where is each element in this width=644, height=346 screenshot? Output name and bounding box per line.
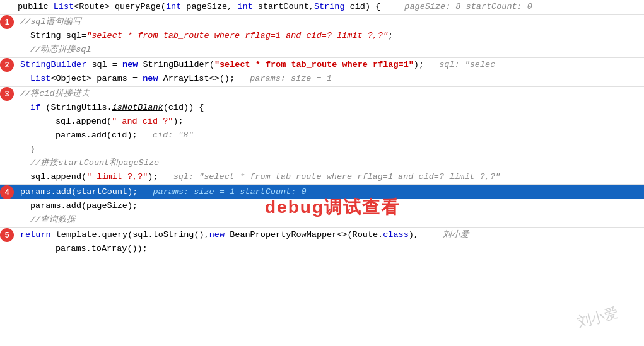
block3-add-cid: params.add(cid); cid: "8" — [0, 129, 644, 142]
post4-comment-text: //查询数据 — [18, 213, 76, 227]
pre4-append: sql.append(" limit ?,?"); sql: "select *… — [0, 170, 644, 184]
block2-line1: 2 StringBuilder sql = new StringBuilder(… — [0, 58, 644, 72]
badge-5: 5 — [0, 228, 14, 242]
block3-if-line: if (StringUtils.isNotBlank(cid)) { — [18, 101, 204, 115]
block4-add-startcount: params.add(startCount); params: size = 1… — [18, 185, 307, 199]
badge-3: 3 — [0, 87, 14, 101]
debug-label: debug调试查看 — [265, 195, 400, 219]
watermark: 刘小爱 — [575, 303, 621, 332]
header-line: public List<Route> queryPage(int pageSiz… — [0, 0, 644, 14]
block5-return-line2: params.toArray()); — [18, 242, 148, 256]
block3-close-brace: } — [18, 142, 35, 156]
block5-return2: params.toArray()); — [0, 242, 644, 256]
block1-sql-line: String sql="select * from tab_route wher… — [18, 29, 393, 43]
post4-pagesize-line: params.add(pageSize); — [18, 199, 138, 213]
block1-comment1: 1 //sql语句编写 — [0, 15, 644, 29]
badge-2: 2 — [0, 58, 14, 72]
header-hint: pageSize: 8 startCount: 0 — [404, 2, 532, 11]
block2-stringbuilder: StringBuilder sql = new StringBuilder("s… — [18, 58, 495, 72]
badge-4: 4 — [0, 185, 14, 199]
block3-append: sql.append(" and cid=?"); — [0, 115, 644, 129]
block5-return1: 5 return template.query(sql.toString(),n… — [0, 228, 644, 242]
header-code: public List<Route> queryPage(int pageSiz… — [18, 0, 532, 14]
block3-close: } — [0, 142, 644, 156]
pre4-comment-text: //拼接startCount和pageSize — [18, 156, 159, 170]
block3-if: if (StringUtils.isNotBlank(cid)) { — [0, 101, 644, 115]
block3-append-line: sql.append(" and cid=?"); — [18, 115, 184, 129]
block2-line2: List<Object> params = new ArrayList<>();… — [0, 72, 644, 86]
block1-code1: String sql="select * from tab_route wher… — [0, 29, 644, 43]
block3-comment-text: //将cid拼接进去 — [18, 87, 90, 101]
block1-dynamic-comment: //动态拼接sql — [18, 43, 91, 57]
block3-comment: 3 //将cid拼接进去 — [0, 87, 644, 101]
pre4-append-line: sql.append(" limit ?,?"); sql: "select *… — [18, 170, 500, 184]
badge-1: 1 — [0, 15, 14, 29]
block3-add-cid-line: params.add(cid); cid: "8" — [18, 129, 194, 142]
pre4-comment: //拼接startCount和pageSize — [0, 156, 644, 170]
block1-comment-text: //sql语句编写 — [18, 15, 81, 29]
block5-return-line1: return template.query(sql.toString(),new… — [18, 228, 469, 242]
code-container: public List<Route> queryPage(int pageSiz… — [0, 0, 644, 346]
block2-list: List<Object> params = new ArrayList<>();… — [18, 72, 332, 86]
block1-comment2: //动态拼接sql — [0, 43, 644, 57]
